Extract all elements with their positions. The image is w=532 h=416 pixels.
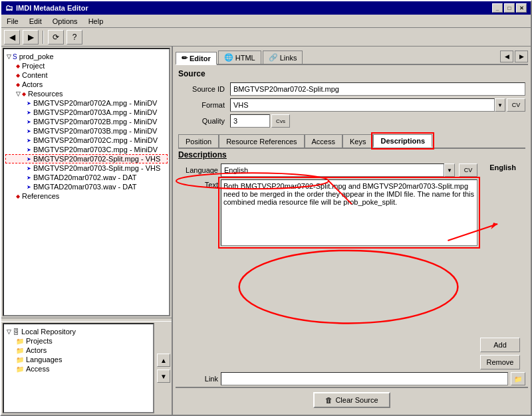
tree-item-content[interactable]: ◆ Content	[5, 70, 168, 80]
tree-item-local-repo[interactable]: ▽ 🗄 Local Repository	[5, 327, 152, 336]
format-dropdown-arrow[interactable]: ▼	[495, 98, 505, 112]
tree-item-file3[interactable]: ➤ BMGTVSP20mar0702B.mpg - MiniDV	[5, 117, 168, 126]
tab-editor[interactable]: ✏ Editor	[176, 52, 217, 65]
tree-item-projects[interactable]: 📁 Projects	[5, 336, 152, 346]
maximize-button[interactable]: □	[504, 3, 515, 13]
english-label: English	[480, 163, 525, 171]
tab-html-icon: 🌐	[224, 53, 233, 62]
tab-html[interactable]: 🌐 HTML	[218, 51, 261, 64]
refresh-button[interactable]: ⟳	[48, 30, 64, 45]
window-controls: _ □ ✕	[492, 3, 527, 13]
quality-input[interactable]	[230, 114, 270, 128]
folder-icon: 📁	[16, 338, 24, 345]
descriptions-title-text: Descriptions	[178, 150, 227, 159]
tree-item-file1[interactable]: ➤ BMGTVSP20mar0702A.mpg - MiniDV	[5, 98, 168, 108]
format-input[interactable]	[230, 98, 495, 112]
tree-item-access[interactable]: 📁 Access	[5, 364, 152, 373]
tab-next-button[interactable]: ▶	[515, 51, 528, 62]
tree-item-label: BMGTVSP20mar0702B.mpg - MiniDV	[33, 118, 157, 126]
tree-item-file10[interactable]: ➤ BMGTAD20mar0703.wav - DAT	[5, 182, 168, 191]
menu-bar: File Edit Options Help	[1, 15, 531, 28]
language-cv-button[interactable]: CV	[459, 163, 477, 177]
tab-links[interactable]: 🔗 Links	[263, 51, 303, 64]
tree-item-file2[interactable]: ➤ BMGTVSP20mar0703A.mpg - MiniDV	[5, 108, 168, 117]
remove-button[interactable]: Remove	[480, 355, 520, 369]
descriptions-right: English Add Remove	[480, 163, 525, 369]
tree-item-file5[interactable]: ➤ BMGTVSP20mar0702C.mpg - MiniDV	[5, 136, 168, 145]
clear-source-button[interactable]: 🗑 Clear Source	[313, 392, 390, 408]
menu-edit[interactable]: Edit	[27, 17, 45, 26]
diamond-icon: ◆	[16, 72, 20, 78]
right-panel: ✏ Editor 🌐 HTML 🔗 Links ◀ ▶	[173, 47, 531, 415]
format-cv-button[interactable]: CV	[507, 98, 525, 112]
tree-item-label: Actors	[22, 80, 43, 88]
title-bar: 🗂 IMDI Metadata Editor _ □ ✕	[1, 1, 531, 15]
inner-tab-access[interactable]: Access	[305, 134, 342, 148]
arrow-icon: ➤	[27, 156, 31, 162]
descriptions-content: Language ▼ CV Text Both BMGTVSP20ma	[178, 163, 525, 369]
tab-prev-button[interactable]: ◀	[500, 51, 513, 62]
inner-tab-position[interactable]: Position	[178, 134, 219, 148]
tree-item-actors[interactable]: ◆ Actors	[5, 80, 168, 89]
move-down-button[interactable]: ▼	[157, 369, 170, 383]
quality-cv-button[interactable]: Cvs	[271, 114, 290, 128]
link-input[interactable]	[221, 372, 508, 385]
menu-file[interactable]: File	[4, 17, 21, 26]
tree-item-label: Actors	[26, 346, 47, 354]
folder-icon: S	[13, 53, 17, 60]
window-title: IMDI Metadata Editor	[16, 4, 88, 12]
tree-item-label: Resources	[28, 90, 63, 98]
tree-item-file7-selected[interactable]: ➤ BMGTVSP20mar0702-Split.mpg - VHS	[5, 154, 168, 163]
add-button[interactable]: Add	[480, 338, 520, 352]
toolbar: ◀ ▶ ⟳ ?	[1, 28, 531, 47]
expand-icon: ▽	[7, 328, 11, 335]
forward-button[interactable]: ▶	[23, 30, 39, 45]
tree-item-label: BMGTAD20mar0703.wav - DAT	[33, 183, 136, 191]
diamond-icon: ◆	[22, 91, 26, 97]
text-label: Text	[178, 179, 218, 189]
tree-item-actors-bottom[interactable]: 📁 Actors	[5, 346, 152, 355]
descriptions-left: Language ▼ CV Text Both BMGTVSP20ma	[178, 163, 477, 369]
link-browse-button[interactable]: 📁	[511, 372, 525, 385]
inner-tab-keys-label: Keys	[350, 138, 366, 146]
language-input[interactable]	[221, 163, 444, 177]
tree-item-label: Local Repository	[21, 328, 76, 336]
arrow-icon: ➤	[27, 175, 31, 181]
tree-item-references[interactable]: ◆ References	[5, 191, 168, 201]
tree-item-label: References	[22, 192, 59, 200]
move-up-button[interactable]: ▲	[157, 354, 170, 367]
tree-item-label: BMGTVSP20mar0703A.mpg - MiniDV	[33, 108, 157, 116]
minimize-button[interactable]: _	[492, 3, 503, 13]
tree-item-file4[interactable]: ➤ BMGTVSP20mar0703B.mpg - MiniDV	[5, 126, 168, 136]
source-form-area: Source Source ID Format ▼ CV	[176, 65, 528, 134]
source-id-input[interactable]	[230, 82, 525, 96]
menu-help[interactable]: Help	[86, 17, 106, 26]
tree-item-file6[interactable]: ➤ BMGTVSP20mar0703C.mpg - MiniDV	[5, 145, 168, 154]
tree-item-file9[interactable]: ➤ BMGTAD20mar0702.wav - DAT	[5, 173, 168, 182]
tree-item-resources[interactable]: ▽ ◆ Resources	[5, 89, 168, 98]
arrow-icon: ➤	[27, 138, 31, 144]
app-icon: 🗂	[5, 3, 13, 13]
tree-item-project[interactable]: ◆ Project	[5, 61, 168, 70]
title-bar-left: 🗂 IMDI Metadata Editor	[5, 3, 88, 13]
help-button[interactable]: ?	[66, 30, 82, 45]
description-text-area[interactable]: Both BMGTVSP20mar0702-Split.mpg and BMGT…	[221, 179, 477, 246]
tab-links-label: Links	[280, 54, 297, 62]
tree-item-prod-poke[interactable]: ▽ S prod_poke	[5, 52, 168, 61]
bottom-action-bar: 🗑 Clear Source	[176, 387, 528, 412]
close-button[interactable]: ✕	[516, 3, 527, 13]
tab-editor-icon: ✏	[182, 54, 188, 62]
clear-source-icon: 🗑	[325, 396, 332, 404]
menu-options[interactable]: Options	[50, 17, 80, 26]
folder-icon: 📁	[16, 347, 24, 354]
arrow-icon: ➤	[27, 128, 31, 134]
tree-item-file8[interactable]: ➤ BMGTVSP20mar0703-Split.mpg - VHS	[5, 163, 168, 173]
tree-item-languages[interactable]: 📁 Languages	[5, 355, 152, 364]
inner-tab-keys[interactable]: Keys	[342, 134, 373, 148]
inner-tab-resource-refs[interactable]: Resource References	[219, 134, 304, 148]
back-button[interactable]: ◀	[4, 30, 20, 45]
inner-tab-bar: Position Resource References Access Keys…	[178, 134, 525, 149]
tab-html-label: HTML	[235, 54, 255, 62]
inner-tab-descriptions[interactable]: Descriptions	[373, 134, 432, 148]
language-dropdown-arrow[interactable]: ▼	[444, 163, 455, 177]
